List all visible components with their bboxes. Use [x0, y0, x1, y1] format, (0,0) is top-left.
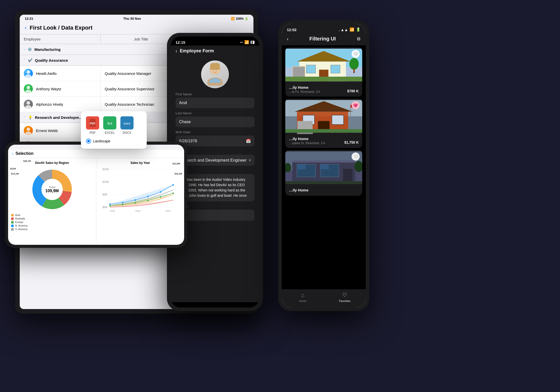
back-button[interactable]: ‹ — [25, 25, 27, 31]
donut-chart-section: DevAV Sales by Region Total — [8, 158, 96, 244]
tab-home[interactable]: ⌂ Home — [282, 292, 324, 302]
legend-dot — [11, 217, 14, 220]
svg-point-90 — [147, 200, 148, 201]
chart-content: DevAV Sales by Region Total — [8, 158, 184, 244]
svg-rect-50 — [292, 161, 355, 162]
notes-label: Notes: — [176, 169, 254, 172]
back-button[interactable]: ‹ — [176, 48, 177, 54]
address-input[interactable] — [176, 210, 254, 221]
avatar — [24, 84, 33, 93]
gear-icon: ⚙️ — [27, 47, 32, 52]
employee-avatar — [201, 60, 229, 88]
notes-textarea[interactable]: Arvil has been in the Audio/ Video indus… — [176, 174, 254, 201]
svg-point-86 — [172, 184, 174, 186]
legend-asia: Asia — [11, 214, 93, 216]
pdf-label: PDF — [90, 131, 96, 135]
employee-name: Hewitt Aiello — [36, 71, 57, 76]
back-button[interactable]: ‹ — [12, 151, 13, 156]
avatar — [24, 69, 33, 78]
legend-samerica: S. America — [11, 228, 93, 231]
property-price: $780 K — [347, 89, 359, 93]
legend-dot — [11, 228, 14, 231]
landscape-option[interactable]: Landscape — [86, 139, 142, 144]
form-title: Employee Form — [180, 48, 214, 54]
wifi-icon: 📶 — [231, 17, 235, 20]
employee-name: Alphonzo Hively — [36, 102, 63, 106]
svg-marker-43 — [292, 133, 318, 134]
svg-text:$10M: $10M — [102, 181, 109, 183]
radio-landscape[interactable] — [86, 139, 91, 144]
employee-name: Anthony Waytz — [36, 87, 61, 91]
battery-icon: 🔋 — [356, 27, 361, 32]
svg-rect-44 — [350, 105, 351, 116]
legend-dot — [11, 221, 14, 224]
phone-notch — [307, 24, 340, 33]
legend-label: Asia — [15, 214, 20, 216]
svg-point-6 — [27, 127, 30, 131]
notes-value: Arvil has been in the Audio/ Video indus… — [179, 178, 247, 198]
filter-settings-icon[interactable]: ⚙ — [357, 36, 361, 42]
asia-value: $29,7M — [23, 160, 31, 162]
australia-value: $13,8M — [173, 162, 180, 165]
employee-cell: Hewitt Aiello — [20, 66, 101, 81]
svg-point-0 — [27, 70, 30, 74]
svg-rect-53 — [297, 165, 306, 169]
col-employee: Employee — [20, 34, 101, 44]
group-rd-label: Research and Developm… — [35, 115, 83, 120]
phone-chart-device: ‹ Selection DevAV Sales by Region — [5, 142, 187, 248]
svg-point-2 — [27, 86, 30, 89]
position-label: Position: — [176, 149, 254, 153]
svg-point-88 — [122, 204, 123, 205]
legend-label: Europe — [15, 221, 23, 224]
total-label: Total — [45, 186, 59, 189]
home-icon: ⌂ — [301, 292, 304, 298]
svg-point-82 — [122, 202, 123, 203]
position-select[interactable]: Research and Development Engineer ▾ — [176, 155, 254, 166]
tab-home-label: Home — [299, 299, 306, 302]
filter-nav: ‹ Filtering UI ⚙ — [282, 34, 366, 45]
like-button[interactable]: 🤍 — [352, 153, 360, 161]
heart-icon: ♡ — [342, 292, 347, 298]
tab-favorites-label: Favorites — [339, 299, 350, 302]
svg-point-7 — [25, 132, 31, 135]
docx-export-option[interactable]: DOCX DOCX — [120, 116, 134, 135]
chart-nav: ‹ Selection — [8, 150, 184, 158]
svg-rect-27 — [331, 65, 340, 73]
last-name-label: Last Name: — [176, 111, 254, 115]
property-card[interactable]: 🤍 …ily Home — [285, 150, 362, 196]
svg-text:DOCX: DOCX — [124, 122, 130, 125]
svg-text:PDF: PDF — [90, 122, 95, 125]
calendar-icon[interactable]: 📅 — [246, 139, 251, 143]
last-name-value: Chase — [179, 120, 191, 124]
birth-date-input[interactable]: 6/26/1978 📅 — [176, 136, 254, 146]
property-card[interactable]: 🤍 …ily Home …ta Fe, Riverbank, CA $780 K — [285, 47, 362, 97]
like-button[interactable]: 💗 — [352, 101, 360, 109]
svg-text:2015: 2015 — [110, 210, 115, 212]
property-info: …ily Home …ta Fe, Riverbank, CA $780 K — [285, 83, 362, 97]
chevron-right-icon: › — [24, 48, 25, 51]
tab-favorites[interactable]: ♡ Favorites — [324, 292, 366, 302]
avatar — [24, 100, 33, 109]
filter-status-icons: ▲▲▲ 📶 🔋 — [337, 27, 361, 32]
donut-center: Total 109,9M — [45, 186, 59, 193]
tablet-nav-bar: ‹ First Look / Data Export — [20, 23, 253, 34]
last-name-input[interactable]: Chase — [176, 117, 254, 127]
employee-cell: Anthony Waytz — [20, 81, 101, 96]
legend-label: Australia — [15, 217, 25, 220]
svg-point-4 — [27, 101, 30, 105]
first-name-input[interactable]: Arvil — [176, 98, 254, 108]
first-name-value: Arvil — [179, 101, 187, 105]
excel-export-option[interactable]: XLS EXCEL — [103, 116, 116, 135]
chevron-down-icon: ▾ — [249, 158, 251, 163]
pdf-export-option[interactable]: PDF PDF — [86, 116, 99, 135]
property-card[interactable]: 💗 …ily Home …opeka St, Riverbank, CA $1,… — [285, 99, 362, 148]
samerica-value: $13,1M — [11, 172, 19, 175]
battery-level: 100% — [236, 17, 244, 20]
svg-point-87 — [109, 205, 111, 207]
like-button[interactable]: 🤍 — [352, 50, 360, 58]
group-label: Manufacturing — [34, 47, 60, 52]
legend-label: S. America — [15, 228, 27, 231]
phone-form-nav: ‹ Employee Form — [170, 46, 260, 56]
back-button[interactable]: ‹ — [287, 36, 289, 42]
battery-icon: 🔋 — [245, 17, 248, 20]
